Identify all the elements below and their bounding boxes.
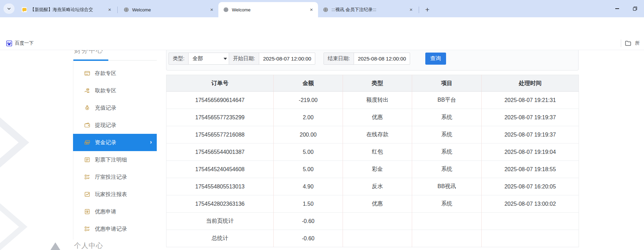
chevron-down-icon bbox=[7, 7, 11, 11]
sidebar-item-rows[interactable]: 优惠申请记录 › bbox=[73, 220, 157, 238]
all-bookmarks-label[interactable]: 所 bbox=[635, 40, 644, 46]
tab-title: Welcome bbox=[232, 7, 305, 12]
table-cell: 系统 bbox=[412, 161, 482, 178]
start-date-label: 开始日期: bbox=[229, 53, 259, 64]
sidebar-item-card[interactable]: 存款专区 › bbox=[73, 65, 157, 82]
browser-tab-strip: 【新提醒】海燕策略论坛综合交 × Welcome × Welcome × :::… bbox=[0, 0, 644, 17]
filter-panel: 类型: 全部 开始日期: 2025-08-07 12:00:00 结束日期: 2… bbox=[166, 50, 579, 71]
bookmarks-overflow: 所 bbox=[621, 36, 644, 50]
new-tab-button[interactable]: + bbox=[422, 4, 433, 15]
table-cell bbox=[412, 230, 482, 247]
sidebar-item-label: 玩家投注报表 bbox=[95, 191, 127, 198]
browser-tab[interactable]: Welcome × bbox=[218, 2, 318, 17]
table-cell: 在线存款 bbox=[343, 126, 412, 143]
table-cell bbox=[482, 213, 579, 230]
tab-title: Welcome bbox=[132, 7, 206, 12]
decor-chevron-left bbox=[0, 117, 33, 168]
bag-icon bbox=[84, 105, 90, 111]
table-cell: -219.00 bbox=[274, 92, 343, 109]
table-cell: 1754565690614647 bbox=[166, 92, 274, 109]
browser-tab[interactable]: Welcome × bbox=[119, 3, 218, 16]
folder-icon[interactable] bbox=[625, 40, 632, 47]
tab-close-icon[interactable]: × bbox=[107, 7, 113, 13]
table-cell: 1.50 bbox=[274, 195, 343, 213]
type-select[interactable]: 全部 bbox=[189, 53, 231, 64]
table-cell: 额度转出 bbox=[343, 92, 412, 109]
window-controls bbox=[608, 0, 644, 17]
table-row: 1754565690614647-219.00额度转出BB平台2025-08-0… bbox=[166, 92, 579, 109]
sidebar-underline-rest bbox=[108, 60, 157, 61]
start-date-group: 开始日期: 2025-08-07 12:00:00 bbox=[229, 53, 315, 65]
table-cell bbox=[482, 230, 579, 247]
sidebar: 财务中心 存款专区 › 取款专区 › 充值记录 › 提现记录 › 资金记录 › … bbox=[73, 50, 157, 250]
type-filter-group: 类型: 全部 bbox=[169, 53, 231, 65]
globe-favicon bbox=[323, 7, 328, 12]
sidebar-item-bag[interactable]: 充值记录 › bbox=[73, 99, 157, 117]
table-cell: BB视讯 bbox=[412, 178, 482, 195]
table-header-cell: 处理时间 bbox=[482, 75, 579, 92]
sidebar-item-rows[interactable]: 厅室投注记录 › bbox=[73, 168, 157, 186]
bookmarks-bar: 百度一下 所 bbox=[0, 36, 644, 50]
table-cell: 1754554805513013 bbox=[166, 178, 274, 195]
search-button[interactable]: 查询 bbox=[425, 53, 446, 65]
decor-chevron-bottom bbox=[0, 198, 35, 250]
window-restore-button[interactable] bbox=[626, 0, 644, 17]
tab-search-button[interactable] bbox=[3, 3, 15, 14]
table-cell: 1754565544001387 bbox=[166, 143, 274, 161]
table-cell: 彩金 bbox=[343, 161, 412, 178]
chart-icon bbox=[84, 191, 90, 197]
table-cell: 2025-08-07 19:19:04 bbox=[482, 143, 579, 161]
browser-tab[interactable]: 【新提醒】海燕策略论坛综合交 × bbox=[17, 3, 116, 16]
browser-tab[interactable]: :::视讯 会员下注纪录::: × bbox=[318, 3, 418, 16]
tab-separator bbox=[117, 7, 118, 13]
table-cell bbox=[412, 213, 482, 230]
window-minimize-button[interactable] bbox=[608, 0, 626, 17]
bookmarks-divider bbox=[621, 39, 621, 47]
table-cell: 4.90 bbox=[274, 178, 343, 195]
table-cell: 1754545240454608 bbox=[166, 161, 274, 178]
bookmark-baidu[interactable]: 百度一下 bbox=[4, 39, 36, 48]
table-cell: 2025-08-07 16:20:05 bbox=[482, 178, 579, 195]
minimize-icon bbox=[615, 8, 619, 9]
forum-favicon bbox=[21, 7, 27, 12]
sidebar-item-chart[interactable]: 玩家投注报表 › bbox=[73, 186, 157, 203]
start-date-input[interactable]: 2025-08-07 12:00:00 bbox=[259, 53, 315, 64]
sidebar-item-notes[interactable]: 资金记录 › bbox=[73, 134, 157, 151]
sidebar-item-hand[interactable]: 取款专区 › bbox=[73, 82, 157, 99]
baidu-paw-icon bbox=[6, 40, 12, 46]
bookmark-label: 百度一下 bbox=[15, 40, 34, 46]
sidebar-active-underline bbox=[73, 59, 108, 61]
ticket-icon bbox=[84, 209, 90, 215]
sidebar-item-label: 提现记录 bbox=[95, 122, 116, 129]
tab-close-icon[interactable]: × bbox=[408, 7, 414, 13]
sidebar-item-wallet[interactable]: 提现记录 › bbox=[73, 117, 157, 134]
sidebar-section-title: 财务中心 bbox=[74, 50, 103, 55]
table-header-row: 订单号金额类型项目处理时间 bbox=[166, 75, 579, 92]
table-cell bbox=[343, 213, 412, 230]
decor-triangle bbox=[44, 242, 66, 250]
sidebar-bottom-section-title: 个人中心 bbox=[74, 241, 103, 250]
tab-separator bbox=[419, 7, 419, 13]
sidebar-item-label: 资金记录 bbox=[95, 139, 116, 146]
table-cell: 2025-08-07 13:00:02 bbox=[482, 195, 579, 213]
table-row: 17545655440013875.00红包系统2025-08-07 19:19… bbox=[166, 143, 579, 161]
table-cell bbox=[343, 230, 412, 247]
card-icon bbox=[84, 70, 90, 76]
tab-title: :::视讯 会员下注纪录::: bbox=[332, 7, 405, 13]
end-date-input[interactable]: 2025-08-08 12:00:00 bbox=[354, 53, 410, 64]
table-cell: 2025-08-07 19:19:37 bbox=[482, 126, 579, 143]
tab-close-icon[interactable]: × bbox=[209, 7, 215, 13]
rows-icon bbox=[84, 174, 90, 180]
browser-toolbar: js13.cc/hhcp/usercenter.html?iniType=6 ☆ bbox=[0, 17, 644, 36]
table-row: 17545452404546085.00彩金系统2025-08-07 19:18… bbox=[166, 161, 579, 178]
table-row: 1754565577216088200.00在线存款系统2025-08-07 1… bbox=[166, 126, 579, 143]
tab-close-icon[interactable]: × bbox=[308, 7, 315, 13]
sidebar-item-doc[interactable]: 彩票下注明细 › bbox=[73, 151, 157, 168]
table-cell: -0.60 bbox=[274, 230, 343, 247]
table-row: 当前页统计-0.60 bbox=[166, 213, 579, 230]
sidebar-item-label: 优惠申请 bbox=[95, 208, 116, 215]
table-row: 总统计-0.60 bbox=[166, 230, 579, 247]
sidebar-item-label: 彩票下注明细 bbox=[95, 156, 127, 164]
type-select-value: 全部 bbox=[192, 55, 203, 62]
sidebar-item-ticket[interactable]: 优惠申请 › bbox=[73, 203, 157, 220]
